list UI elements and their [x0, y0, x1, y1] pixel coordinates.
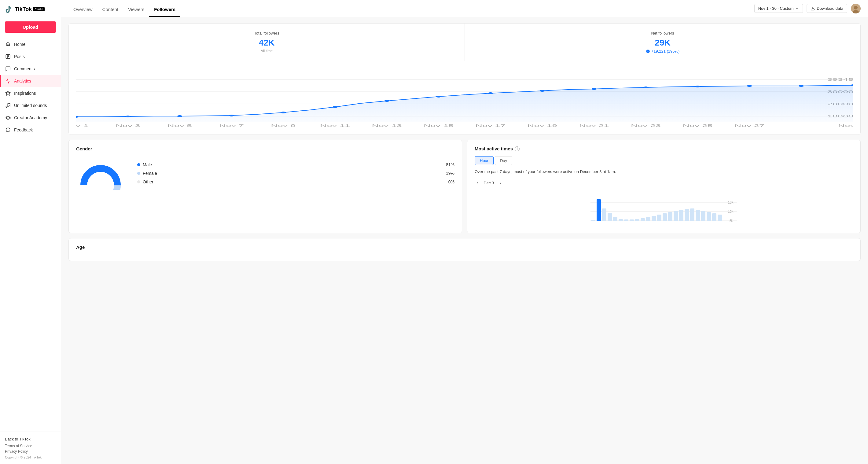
total-followers-value: 42K: [79, 38, 455, 48]
svg-rect-77: [679, 210, 683, 221]
active-times-bar-chart: 5K 10K 15K: [475, 190, 853, 227]
back-to-tiktok[interactable]: Back to TikTok: [5, 437, 56, 441]
date-nav-label: Dec 3: [484, 181, 494, 185]
male-dot: [137, 163, 140, 166]
svg-text:Nov 5: Nov 5: [167, 124, 192, 127]
followers-chart: 10000 20000 30000 39345: [69, 61, 860, 134]
followers-line-chart: 10000 20000 30000 39345: [76, 67, 853, 128]
svg-rect-78: [685, 209, 689, 221]
svg-rect-75: [668, 212, 672, 221]
total-followers-box: Total followers 42K All time: [69, 24, 465, 61]
male-pct: 81%: [446, 162, 455, 167]
comments-icon: [5, 66, 11, 72]
date-filter-label: Nov 1 - 30 · Custom: [758, 6, 794, 11]
svg-marker-4: [6, 91, 10, 95]
tab-viewers[interactable]: Viewers: [123, 0, 149, 17]
svg-point-26: [333, 106, 338, 108]
gender-legend: Male 81% Female 19%: [137, 162, 455, 188]
sidebar-item-feedback[interactable]: Feedback: [0, 124, 61, 136]
male-label: Male: [143, 162, 152, 167]
sidebar-footer: Back to TikTok Terms of Service Privacy …: [0, 432, 61, 464]
svg-point-24: [229, 115, 234, 117]
svg-point-27: [384, 100, 390, 102]
download-label: Download data: [817, 6, 843, 11]
info-icon[interactable]: i: [515, 147, 520, 151]
svg-rect-72: [652, 216, 656, 221]
tab-bar: Overview Content Viewers Followers: [68, 0, 180, 17]
sidebar-item-comments-label: Comments: [14, 66, 35, 71]
sidebar-item-inspirations-label: Inspirations: [14, 91, 36, 96]
toggle-hour-button[interactable]: Hour: [475, 156, 494, 165]
svg-rect-61: [591, 220, 595, 221]
tab-overview[interactable]: Overview: [68, 0, 97, 17]
sidebar-item-creator-academy[interactable]: Creator Academy: [0, 112, 61, 124]
total-followers-sub: All time: [79, 49, 455, 53]
svg-text:Nov 7: Nov 7: [219, 124, 244, 127]
sidebar: TikTok Studio Upload Home Posts Comments: [0, 0, 61, 464]
net-followers-value: 29K: [475, 38, 850, 48]
download-data-button[interactable]: Download data: [807, 4, 847, 13]
date-filter-button[interactable]: Nov 1 - 30 · Custom: [754, 4, 803, 13]
sidebar-item-comments[interactable]: Comments: [0, 63, 61, 75]
svg-point-33: [695, 86, 700, 87]
sidebar-item-inspirations[interactable]: Inspirations: [0, 87, 61, 99]
svg-point-32: [643, 87, 649, 88]
svg-point-34: [747, 85, 752, 87]
tab-content[interactable]: Content: [97, 0, 123, 17]
time-toggle: Hour Day: [475, 156, 853, 165]
net-followers-box: Net followers 29K +19,221 (195%): [465, 24, 860, 61]
privacy-policy-link[interactable]: Privacy Policy: [5, 449, 56, 454]
sounds-icon: [5, 102, 11, 109]
svg-point-54: [84, 168, 117, 190]
svg-text:Nov 11: Nov 11: [320, 124, 350, 127]
total-followers-label: Total followers: [79, 31, 455, 35]
sidebar-item-home[interactable]: Home: [0, 38, 61, 51]
net-followers-change: +19,221 (195%): [475, 49, 850, 54]
svg-text:Nov 17: Nov 17: [475, 124, 505, 127]
svg-text:10K: 10K: [728, 210, 734, 213]
toggle-day-button[interactable]: Day: [495, 156, 512, 165]
analytics-icon: [5, 78, 11, 84]
sidebar-item-unlimited-sounds[interactable]: Unlimited sounds: [0, 99, 61, 112]
terms-of-service-link[interactable]: Terms of Service: [5, 444, 56, 448]
svg-point-30: [540, 90, 545, 92]
sidebar-logo: TikTok Studio: [0, 0, 61, 18]
female-pct: 19%: [446, 171, 455, 176]
svg-text:Nov 21: Nov 21: [579, 124, 609, 127]
top-bar: Overview Content Viewers Followers Nov 1…: [61, 0, 868, 17]
active-indicator: [0, 75, 1, 87]
svg-point-22: [125, 116, 130, 117]
top-bar-right: Nov 1 - 30 · Custom Download data: [754, 4, 861, 13]
age-title: Age: [76, 245, 853, 250]
sidebar-item-posts-label: Posts: [14, 54, 25, 59]
followers-stats-card: Total followers 42K All time Net followe…: [68, 23, 861, 135]
date-next-button[interactable]: ›: [498, 180, 503, 186]
upload-button[interactable]: Upload: [5, 21, 56, 33]
svg-text:5K: 5K: [730, 219, 734, 222]
svg-text:Nov 25: Nov 25: [682, 124, 712, 127]
arrow-up-circle-icon: [646, 49, 650, 54]
date-prev-button[interactable]: ‹: [475, 180, 480, 186]
svg-point-6: [8, 106, 10, 107]
sidebar-item-analytics[interactable]: Analytics: [0, 75, 61, 87]
svg-text:Nov 15: Nov 15: [424, 124, 454, 127]
svg-point-5: [6, 106, 7, 107]
content-area: Total followers 42K All time Net followe…: [61, 17, 868, 464]
sidebar-item-analytics-label: Analytics: [14, 79, 31, 84]
svg-rect-81: [701, 211, 705, 221]
date-navigation: ‹ Dec 3 ›: [475, 180, 853, 186]
sidebar-item-home-label: Home: [14, 42, 25, 47]
svg-point-35: [799, 85, 804, 87]
other-pct: 0%: [448, 179, 455, 184]
most-active-title: Most active times i: [475, 146, 853, 151]
svg-text:39345: 39345: [827, 78, 853, 81]
tiktok-wordmark: TikTok: [15, 6, 32, 12]
bar-chart-svg: 5K 10K 15K: [475, 190, 853, 227]
avatar[interactable]: [851, 4, 861, 13]
tab-followers[interactable]: Followers: [149, 0, 180, 17]
user-avatar-image: [851, 4, 861, 13]
sidebar-item-posts[interactable]: Posts: [0, 51, 61, 63]
svg-point-31: [591, 88, 597, 90]
svg-text:Nov 19: Nov 19: [527, 124, 557, 127]
chevron-down-icon: [795, 7, 799, 10]
